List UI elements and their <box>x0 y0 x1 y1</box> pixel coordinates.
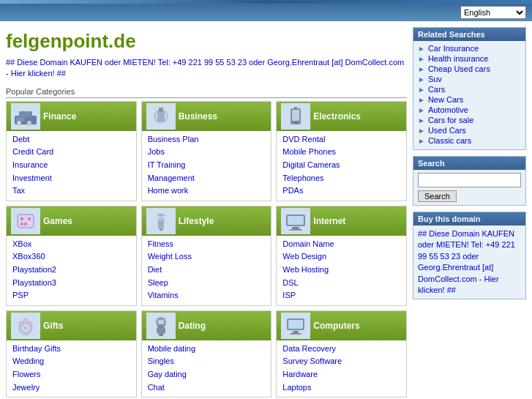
bullet-icon-2: ► <box>418 65 425 73</box>
link-web-hosting[interactable]: Web Hosting <box>282 264 400 277</box>
category-lifestyle-header: Lifestyle <box>142 206 271 236</box>
related-link-7[interactable]: Cars for sale <box>428 116 473 124</box>
related-link-4[interactable]: Cars <box>428 85 445 94</box>
link-singles[interactable]: Singles <box>148 355 266 368</box>
link-web-design[interactable]: Web Design <box>282 250 400 264</box>
link-mobile-phones[interactable]: Mobile Phones <box>282 146 400 159</box>
related-link-6[interactable]: Automotive <box>428 105 468 114</box>
svg-rect-4 <box>19 111 32 117</box>
svg-rect-21 <box>157 214 165 216</box>
category-electronics-header: Electronics <box>277 102 406 131</box>
bullet-icon-5: ► <box>418 96 425 104</box>
link-management[interactable]: Management <box>148 172 266 185</box>
svg-rect-12 <box>293 122 298 123</box>
left-column: felgenpoint.de ## Diese Domain KAUFEN od… <box>6 27 407 398</box>
link-weight-loss[interactable]: Weight Loss <box>148 250 266 264</box>
related-link-1[interactable]: Health insurance <box>428 54 489 63</box>
svg-rect-13 <box>294 107 297 108</box>
dating-links: Mobile dating Singles Gay dating Chat <box>142 340 271 397</box>
related-item-1: ► Health insurance <box>418 54 521 63</box>
link-investment[interactable]: Investment <box>12 172 130 185</box>
link-telephones[interactable]: Telephones <box>282 172 400 185</box>
search-box: Search Search <box>413 156 526 206</box>
link-jewelry[interactable]: Jewelry <box>12 381 130 395</box>
link-credit-card[interactable]: Credit Card <box>12 146 130 159</box>
search-input[interactable] <box>418 173 521 187</box>
search-header: Search <box>413 157 525 170</box>
category-business-header: Business <box>142 102 271 131</box>
search-button[interactable]: Search <box>418 190 457 202</box>
link-dsl[interactable]: DSL <box>282 277 400 290</box>
link-it-training[interactable]: IT Training <box>148 159 266 172</box>
gifts-links: Birthday Gifts Wedding Flowers Jewelry <box>7 340 136 397</box>
link-playstation3[interactable]: Playstation3 <box>12 277 130 290</box>
link-data-recovery[interactable]: Data Recovery <box>282 343 400 356</box>
link-mobile-dating[interactable]: Mobile dating <box>148 343 266 356</box>
svg-point-17 <box>24 223 27 225</box>
link-debt[interactable]: Debt <box>12 133 130 146</box>
dating-icon <box>146 313 176 339</box>
bullet-icon-6: ► <box>418 106 425 114</box>
category-internet: Internet Domain Name Web Design Web Host… <box>276 206 407 306</box>
category-electronics: Electronics DVD Rental Mobile Phones Dig… <box>276 101 407 201</box>
link-tax[interactable]: Tax <box>12 184 130 198</box>
related-link-3[interactable]: Suv <box>428 75 442 83</box>
link-dvd-rental[interactable]: DVD Rental <box>282 133 400 146</box>
svg-point-16 <box>28 217 31 220</box>
link-domain-name[interactable]: Domain Name <box>282 238 400 251</box>
link-birthday-gifts[interactable]: Birthday Gifts <box>12 343 130 356</box>
bullet-icon-1: ► <box>418 55 425 63</box>
link-jobs[interactable]: Jobs <box>148 146 266 159</box>
link-pdas[interactable]: PDAs <box>282 184 400 198</box>
promo-link[interactable]: ## Diese Domain KAUFEN oder MIETEN! Tel:… <box>6 57 407 80</box>
link-laptops[interactable]: Laptops <box>282 381 400 395</box>
language-selector[interactable]: English Deutsch <box>460 6 526 19</box>
link-xbox[interactable]: XBox <box>12 238 130 251</box>
internet-links: Domain Name Web Design Web Hosting DSL I… <box>277 236 406 305</box>
link-chat[interactable]: Chat <box>148 381 266 395</box>
business-links: Business Plan Jobs IT Training Managemen… <box>142 131 271 201</box>
buy-domain-link[interactable]: ## Diese Domain KAUFEN oder MIETEN! Tel:… <box>418 229 515 294</box>
finance-icon <box>11 103 40 130</box>
link-fitness[interactable]: Fitness <box>148 238 266 251</box>
svg-rect-33 <box>158 320 164 324</box>
link-digital-cameras[interactable]: Digital Cameras <box>282 159 400 172</box>
related-searches-header: Related Searches <box>413 28 525 41</box>
link-gay-dating[interactable]: Gay dating <box>148 368 266 381</box>
related-item-5: ► New Cars <box>418 95 521 104</box>
bullet-icon-8: ► <box>418 127 425 135</box>
link-playstation2[interactable]: Playstation2 <box>12 264 130 277</box>
related-link-9[interactable]: Classic cars <box>428 136 471 145</box>
finance-links: Debt Credit Card Insurance Investment Ta… <box>7 131 136 201</box>
electronics-title: Electronics <box>313 111 402 122</box>
related-searches-content: ► Car Insurance ► Health insurance ► Che… <box>413 41 525 149</box>
link-insurance[interactable]: Insurance <box>12 159 130 172</box>
right-sidebar: Related Searches ► Car Insurance ► Healt… <box>413 27 526 398</box>
link-business-plan[interactable]: Business Plan <box>148 133 266 146</box>
related-item-8: ► Used Cars <box>418 126 521 135</box>
related-link-0[interactable]: Car Insurance <box>428 44 479 53</box>
link-xbox360[interactable]: XBox360 <box>12 250 130 264</box>
link-wedding[interactable]: Wedding <box>12 355 130 368</box>
related-link-8[interactable]: Used Cars <box>428 126 466 135</box>
link-sleep[interactable]: Sleep <box>148 277 266 290</box>
link-diet[interactable]: Diet <box>148 264 266 277</box>
link-vitamins[interactable]: Vitamins <box>148 289 266 302</box>
svg-rect-1 <box>16 117 25 122</box>
link-hardware[interactable]: Hardware <box>282 368 400 381</box>
svg-point-2 <box>17 121 21 125</box>
related-item-6: ► Automotive <box>418 105 521 114</box>
link-home-work[interactable]: Home work <box>148 184 266 198</box>
link-survey-software[interactable]: Survey Software <box>282 355 400 368</box>
svg-point-28 <box>24 327 27 329</box>
category-games: Games XBox XBox360 Playstation2 Playstat… <box>6 206 137 306</box>
link-psp[interactable]: PSP <box>12 289 130 302</box>
link-flowers[interactable]: Flowers <box>12 368 130 381</box>
gifts-title: Gifts <box>43 321 132 331</box>
link-isp[interactable]: ISP <box>282 289 400 302</box>
related-link-5[interactable]: New Cars <box>428 95 463 104</box>
category-lifestyle: Lifestyle Fitness Weight Loss Diet Sleep… <box>141 206 272 306</box>
lifestyle-icon <box>146 208 176 234</box>
site-logo: felgenpoint.de <box>6 30 407 53</box>
related-link-2[interactable]: Cheap Used cars <box>428 64 490 73</box>
